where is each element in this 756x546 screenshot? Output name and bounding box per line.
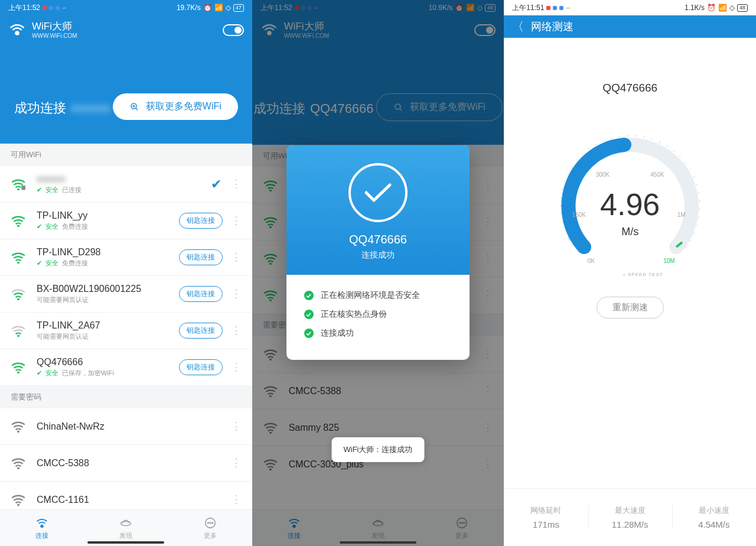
key-connect-button[interactable]: 钥匙连接 (179, 286, 223, 302)
wifi-row[interactable]: QQ476666✔安全已保存，加密WiFi 钥匙连接 ⋮ (0, 349, 252, 386)
svg-point-4 (17, 225, 19, 227)
home-indicator[interactable] (340, 541, 416, 544)
wifi-row[interactable]: CMCC-5388 ⋮ (0, 445, 252, 482)
more-icon[interactable]: ⋮ (227, 461, 245, 465)
metric-max: 最大速度11.28M/s (588, 489, 672, 546)
metric-latency: 网络延时171ms (504, 489, 588, 546)
hero-prefix: 成功连接 (14, 99, 66, 117)
speed-gauge: 0K 150K 300K 450K 1M 10M SPEED TEST 4.96… (542, 123, 719, 277)
more-icon[interactable]: ⋮ (227, 329, 245, 333)
speed-ssid: QQ476666 (602, 82, 657, 95)
search-wifi-icon (129, 102, 140, 112)
wifi-toggle[interactable] (223, 24, 244, 36)
record-icon (43, 6, 47, 10)
status-time: 上午11:52 (8, 3, 40, 13)
wifi-signal-icon (11, 251, 26, 264)
more-icon[interactable]: ⋮ (227, 424, 245, 428)
toast: WiFi大师：连接成功 (331, 437, 424, 462)
key-connect-button[interactable]: 钥匙连接 (179, 213, 223, 229)
screen-speed-test: 上午11:51·· 1.1K/s⏰📶◇48 〈 网络测速 QQ476666 0K… (504, 0, 756, 546)
hero: 成功连接 ●●●●● 获取更多免费WiFi (0, 45, 252, 144)
tab-discover[interactable]: 发现 (84, 510, 168, 546)
wifi-signal-icon (11, 288, 26, 301)
wifi-signal-icon (11, 214, 26, 228)
more-icon[interactable]: ⋮ (227, 255, 245, 259)
screen-wifi-list: 上午11:52 ·· 19.7K/s ⏰ 📶 ◇ 47 WiFi大师 WWW.W… (0, 0, 252, 546)
alarm-icon: ⏰ (203, 4, 212, 12)
wifi-row[interactable]: ●●●●● ✔安全已连接 ✔ ⋮ (0, 166, 252, 203)
key-connect-button[interactable]: 钥匙连接 (179, 359, 223, 375)
signal-icon: 📶 (214, 4, 223, 12)
more-icon[interactable]: ⋮ (227, 219, 245, 223)
wifi-row[interactable]: TP-LINK_yy✔安全免费连接 钥匙连接 ⋮ (0, 203, 252, 239)
get-more-label: 获取更多免费WiFi (146, 100, 221, 113)
svg-point-13 (121, 521, 131, 525)
gauge-value: 4.96 (542, 187, 719, 222)
wifi-signal-icon (11, 178, 26, 191)
step-ok-icon (304, 310, 314, 319)
hero-ssid: ●●●●● (71, 100, 110, 116)
wifi-row[interactable]: ChinaNet-NwRz ⋮ (0, 408, 252, 445)
more-icon[interactable]: ⋮ (227, 365, 245, 369)
wifi-row[interactable]: TP-LINK_D298✔安全免费连接 钥匙连接 ⋮ (0, 239, 252, 276)
status-bar: 上午11:52 ·· 19.7K/s ⏰ 📶 ◇ 47 (0, 0, 252, 15)
status-dots: ·· (62, 4, 66, 12)
back-icon[interactable]: 〈 (512, 19, 524, 35)
more-icon[interactable]: ⋮ (227, 498, 245, 502)
tab-connect[interactable]: 连接 (0, 510, 84, 546)
net-speed: 19.7K/s (177, 4, 201, 12)
wifi-signal-icon (11, 324, 26, 337)
more-icon (204, 516, 217, 529)
svg-rect-3 (21, 186, 25, 190)
status-bar: 上午11:51·· 1.1K/s⏰📶◇48 (504, 0, 756, 15)
wifi-signal-icon (11, 420, 26, 433)
ssid: ●●●●● (37, 174, 211, 184)
wifi-icon (35, 516, 48, 529)
metric-min: 最小速度4.54M/s (672, 489, 756, 546)
more-icon[interactable]: ⋮ (227, 292, 245, 296)
svg-point-12 (41, 525, 43, 527)
wifi-icon: ◇ (226, 4, 231, 12)
svg-point-11 (17, 504, 19, 506)
svg-point-16 (210, 522, 211, 524)
wifi-signal-icon (11, 361, 26, 374)
section-available: 可用WiFi (0, 144, 252, 166)
connected-check-icon: ✔ (211, 177, 221, 192)
wifi-row[interactable]: TP-LINK_2A67可能需要网页认证 钥匙连接 ⋮ (0, 313, 252, 349)
metrics: 网络延时171ms 最大速度11.28M/s 最小速度4.54M/s (504, 488, 756, 546)
more-icon[interactable]: ⋮ (227, 182, 245, 186)
tab-more[interactable]: 更多 (168, 510, 252, 546)
dialog-ssid: QQ476666 (286, 233, 470, 246)
svg-point-5 (17, 261, 19, 264)
section-password: 需要密码 (0, 386, 252, 408)
get-more-wifi-button[interactable]: 获取更多免费WiFi (113, 93, 238, 120)
app-subtitle: WWW.WiFi.COM (32, 32, 77, 39)
step-ok-icon (304, 329, 314, 338)
dialog-status: 连接成功 (286, 250, 470, 261)
svg-point-6 (17, 298, 19, 300)
ufo-icon (119, 516, 132, 529)
wifi-row[interactable]: CMCC-1161 ⋮ (0, 482, 252, 509)
svg-point-0 (16, 32, 19, 35)
svg-point-2 (17, 188, 19, 190)
app-title: WiFi大师 (32, 21, 77, 32)
page-title: 网络测速 (531, 20, 573, 34)
svg-point-8 (17, 371, 19, 373)
dialog-steps: 正在检测网络环境是否安全 正在核实热点身份 连接成功 (286, 275, 470, 360)
home-indicator[interactable] (87, 541, 164, 544)
svg-point-9 (17, 430, 19, 433)
tab-bar: 连接 发现 更多 (0, 509, 252, 546)
wifi-row[interactable]: BX-B00W2L1906001225可能需要网页认证 钥匙连接 ⋮ (0, 276, 252, 313)
connect-success-dialog: QQ476666 连接成功 正在检测网络环境是否安全 正在核实热点身份 连接成功 (286, 145, 470, 360)
key-connect-button[interactable]: 钥匙连接 (179, 249, 223, 265)
svg-point-15 (207, 522, 208, 524)
wifi-signal-icon (11, 493, 26, 506)
screen-connect-success: 上午11:52·· 10.9K/s⏰📶◇48 WiFi大师WWW.WiFi.CO… (252, 0, 504, 546)
retest-button[interactable]: 重新测速 (597, 297, 664, 318)
key-connect-button[interactable]: 钥匙连接 (179, 323, 223, 339)
battery-icon: 47 (233, 4, 244, 12)
gauge-unit: M/s (542, 226, 719, 238)
step-ok-icon (304, 291, 314, 300)
wifi-logo-icon (8, 21, 26, 39)
page-header: 〈 网络测速 (504, 15, 756, 38)
